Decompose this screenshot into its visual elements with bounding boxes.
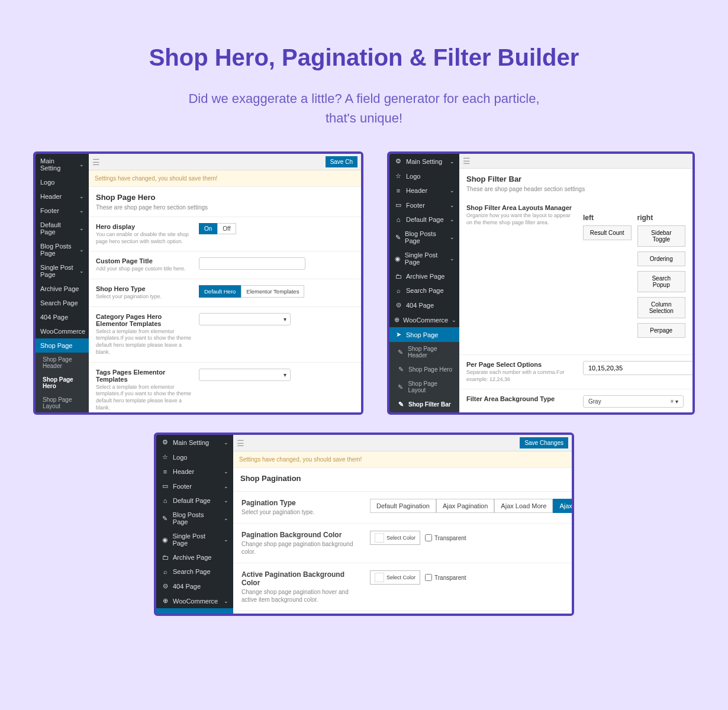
toggle-hero-display[interactable]: On Off	[199, 223, 236, 234]
nav-single-post[interactable]: ◉Single Post Page⌄	[156, 529, 233, 550]
chevron-down-icon: ⌄	[224, 483, 228, 489]
folder-icon: 🗀	[394, 273, 402, 280]
nav-footer[interactable]: Footer⌄	[36, 204, 89, 218]
chevron-down-icon: ⌄	[79, 162, 84, 167]
subnav-shop-hero[interactable]: Shop Page Hero	[36, 373, 89, 393]
subnav-shop-header[interactable]: Shop Page Header	[36, 353, 89, 373]
nav-logo[interactable]: ☆Logo	[156, 450, 233, 464]
folder-icon: 🗀	[161, 554, 169, 561]
nav-default-page[interactable]: Default Page⌄	[36, 218, 89, 239]
arrow-icon: ➤	[394, 331, 402, 338]
layout-item-column-selection[interactable]: Column Selection	[637, 297, 686, 318]
nav-blog-posts[interactable]: ✎Blog Posts Page⌄	[156, 508, 233, 529]
layout-col-left: left Result Count	[583, 210, 632, 343]
input-custom-title[interactable]	[199, 257, 305, 270]
hero-subtitle-1: Did we exaggerate a little? A field gene…	[12, 89, 716, 108]
field-hero-type: Shop Hero TypeSelect your pagination typ…	[89, 279, 361, 306]
layout-item-ordering[interactable]: Ordering	[637, 251, 686, 266]
select-color-button[interactable]: Select Color	[370, 570, 420, 585]
nav-blog-posts[interactable]: Blog Posts Page⌄	[36, 239, 89, 260]
chevron-down-icon: ⌄	[224, 537, 228, 543]
star-icon: ☆	[161, 453, 169, 461]
nav-archive[interactable]: 🗀Archive Page	[156, 550, 233, 564]
subnav-shop-hero[interactable]: ✎Shop Page Hero	[389, 362, 459, 377]
pencil-icon: ✎	[161, 515, 169, 522]
nav-woocommerce[interactable]: WooCommerce⌄	[36, 324, 89, 338]
chevron-down-icon: ▾	[284, 316, 286, 322]
nav-footer[interactable]: ▭Footer⌄	[156, 479, 233, 493]
nav-logo[interactable]: Logo	[36, 175, 89, 189]
gear-icon: ⚙	[161, 438, 169, 446]
nav-main-setting[interactable]: ⚙Main Setting⌄	[156, 435, 233, 450]
nav-shop-page[interactable]: Shop Page	[36, 338, 89, 353]
select-color-button[interactable]: Select Color	[370, 531, 420, 545]
save-button[interactable]: Save Ch	[326, 156, 357, 167]
input-per-page[interactable]	[583, 361, 692, 375]
nav-search[interactable]: ⌕Search Page	[156, 564, 233, 579]
select-bg-type[interactable]: Gray× ▾	[583, 395, 684, 408]
layout-item-sidebar-toggle[interactable]: Sidebar Toggle	[637, 225, 686, 247]
nav-logo[interactable]: ☆Logo	[389, 169, 459, 183]
nav-404[interactable]: ⊝404 Page	[389, 298, 459, 312]
subnav-shop-header[interactable]: ✎Shop Page Header	[389, 342, 459, 362]
nav-404[interactable]: 404 Page	[36, 310, 89, 324]
pagination-type-options[interactable]: Default Pagination Ajax Pagination Ajax …	[370, 499, 572, 513]
chevron-down-icon: ⌄	[224, 440, 228, 446]
nav-shop-page[interactable]: ➤Shop Page	[389, 327, 459, 342]
nav-archive[interactable]: 🗀Archive Page	[389, 269, 459, 283]
nav-single-post[interactable]: Single Post Page⌄	[36, 260, 89, 282]
menu-icon: ≡	[161, 468, 169, 475]
nav-404[interactable]: ⊝404 Page	[156, 579, 233, 593]
nav-shop-page[interactable]: ➤Shop Page	[156, 608, 233, 616]
subnav-grid-layout[interactable]: ✎Shop Grid Layout	[389, 412, 459, 415]
nav-search[interactable]: ⌕Search Page	[389, 283, 459, 298]
transparent-checkbox[interactable]: Transparent	[425, 534, 466, 541]
chevron-down-icon: ⌄	[224, 598, 228, 604]
footer-icon: ▭	[394, 201, 402, 209]
nav-archive[interactable]: Archive Page	[36, 282, 89, 296]
chevron-down-icon: ⌄	[450, 256, 455, 262]
field-cat-tpl: Category Pages Hero Elementor TemplatesS…	[89, 306, 361, 362]
content-area: ☰ Shop Filter Bar These are shop page he…	[459, 154, 692, 412]
subnav-filter-bar[interactable]: ✎Shop Filter Bar	[389, 397, 459, 412]
nav-header[interactable]: ≡Header⌄	[156, 464, 233, 479]
subnav-filter-bar[interactable]: Shop Filter Bar	[36, 413, 89, 415]
chevron-down-icon: ▾	[284, 372, 286, 378]
nav-search[interactable]: Search Page	[36, 296, 89, 310]
subnav-shop-layout[interactable]: ✎Shop Page Layout	[389, 377, 459, 397]
arrow-icon: ➤	[161, 612, 169, 616]
nav-woocommerce[interactable]: ⊕WooCommerce⌄	[389, 312, 459, 327]
target-icon: ◉	[394, 255, 401, 263]
nav-blog-posts[interactable]: ✎Blog Posts Page⌄	[389, 227, 459, 248]
layout-item-result-count[interactable]: Result Count	[583, 225, 632, 240]
save-button[interactable]: Save Changes	[520, 437, 568, 448]
section-desc: These are shop page header section setti…	[466, 186, 685, 192]
nav-default-page[interactable]: ⌂Default Page⌄	[156, 493, 233, 508]
subnav-shop-layout[interactable]: Shop Page Layout	[36, 393, 89, 413]
nav-header[interactable]: Header⌄	[36, 189, 89, 204]
nav-footer[interactable]: ▭Footer⌄	[389, 198, 459, 212]
select-cat-tpl[interactable]: ▾	[199, 313, 291, 325]
panel-pagination: ⚙Main Setting⌄ ☆Logo ≡Header⌄ ▭Footer⌄ ⌂…	[154, 433, 574, 616]
select-tag-tpl[interactable]: ▾	[199, 369, 291, 381]
transparent-checkbox[interactable]: Transparent	[425, 574, 466, 581]
layout-item-perpage[interactable]: Perpage	[637, 323, 686, 338]
grip-icon: ☰	[463, 156, 471, 166]
field-hero-display: Hero displayYou can enable or disable th…	[89, 217, 361, 251]
chevron-down-icon: ⌄	[224, 515, 228, 521]
panel-filter-bar: ⚙Main Setting⌄ ☆Logo ≡Header⌄ ▭Footer⌄ ⌂…	[387, 151, 695, 415]
nav-main-setting[interactable]: ⚙Main Setting⌄	[389, 154, 459, 169]
nav-single-post[interactable]: ◉Single Post Page⌄	[389, 248, 459, 269]
layout-item-search-popup[interactable]: Search Popup	[637, 271, 686, 292]
hero-subtitle-2: that's unique!	[12, 108, 716, 128]
nav-header[interactable]: ≡Header⌄	[389, 183, 459, 198]
nav-woocommerce[interactable]: ⊕WooCommerce⌄	[156, 593, 233, 608]
notice-bar: Settings have changed, you should save t…	[233, 451, 572, 468]
chevron-down-icon: ⌄	[450, 159, 455, 164]
nav-main-setting[interactable]: Main Setting⌄	[36, 154, 89, 175]
error-icon: ⊝	[161, 582, 169, 590]
nav-default-page[interactable]: ⌂Default Page⌄	[389, 212, 459, 227]
hero-type-options[interactable]: Default Hero Elementor Templates	[199, 285, 304, 298]
hero-section: Shop Hero, Pagination & Filter Builder D…	[0, 0, 728, 151]
section-title: Shop Page Hero	[96, 193, 354, 202]
